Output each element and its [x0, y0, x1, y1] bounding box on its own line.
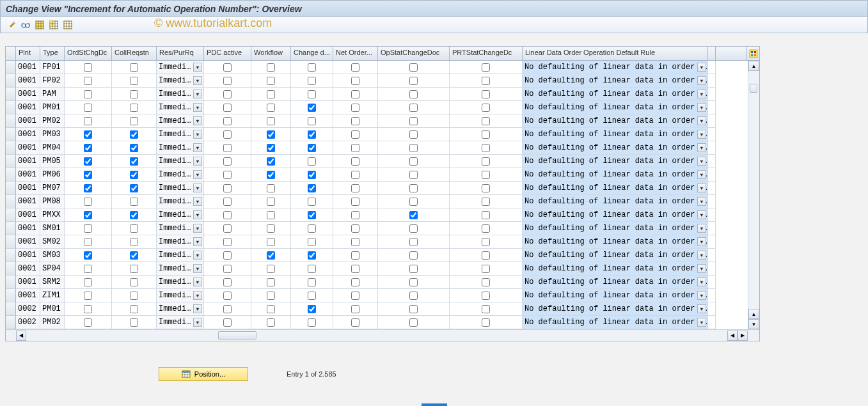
cell-respur[interactable]: Immedi…▼: [157, 235, 204, 249]
opstat-checkbox[interactable]: [409, 90, 418, 98]
cell-type[interactable]: [40, 195, 65, 208]
col-header-changed[interactable]: Change d...: [291, 47, 333, 60]
opstat-checkbox[interactable]: [409, 305, 418, 313]
opstat-checkbox[interactable]: [409, 292, 418, 300]
scroll-down-icon[interactable]: ▼: [748, 319, 759, 329]
cell-plnt[interactable]: [16, 249, 40, 262]
collreq-checkbox[interactable]: [130, 117, 138, 125]
chevron-down-icon[interactable]: ▼: [193, 183, 202, 192]
row-selector[interactable]: [6, 61, 16, 74]
cell-respur[interactable]: Immedi…▼: [157, 88, 204, 101]
type-input[interactable]: [40, 302, 64, 315]
type-input[interactable]: [40, 168, 64, 181]
cell-respur[interactable]: Immedi…▼: [157, 222, 204, 235]
netorder-checkbox[interactable]: [351, 144, 359, 152]
collreq-checkbox[interactable]: [130, 144, 138, 152]
cell-linear[interactable]: No defaulting of linear data in order o……: [523, 316, 708, 329]
cell-type[interactable]: [40, 168, 65, 182]
pdc-checkbox[interactable]: [223, 278, 232, 286]
opstat-checkbox[interactable]: [409, 224, 418, 233]
cell-type[interactable]: [40, 155, 65, 168]
chevron-down-icon[interactable]: ▼: [697, 304, 706, 313]
chevron-down-icon[interactable]: ▼: [193, 304, 202, 313]
pdc-checkbox[interactable]: [223, 184, 232, 192]
collreq-checkbox[interactable]: [130, 171, 138, 179]
type-input[interactable]: [40, 262, 64, 275]
chevron-down-icon[interactable]: ▼: [193, 76, 202, 85]
ordst-checkbox[interactable]: [84, 104, 92, 112]
type-input[interactable]: [40, 195, 64, 208]
workflow-checkbox[interactable]: [267, 278, 275, 286]
cell-respur[interactable]: Immedi…▼: [157, 74, 204, 88]
cell-respur[interactable]: Immedi…▼: [157, 195, 204, 208]
cell-respur[interactable]: Immedi…▼: [157, 262, 204, 276]
chevron-down-icon[interactable]: ▼: [697, 318, 706, 327]
type-input[interactable]: [40, 101, 64, 114]
changed-checkbox[interactable]: [308, 130, 316, 139]
table-select-all-icon[interactable]: [34, 19, 45, 31]
pdc-checkbox[interactable]: [223, 198, 232, 206]
changed-checkbox[interactable]: [308, 63, 316, 72]
plnt-input[interactable]: [16, 222, 40, 235]
cell-plnt[interactable]: [16, 141, 40, 155]
cell-linear[interactable]: No defaulting of linear data in order o……: [523, 249, 708, 262]
chevron-down-icon[interactable]: ▼: [697, 116, 706, 125]
cell-type[interactable]: [40, 249, 65, 262]
opstat-checkbox[interactable]: [409, 278, 418, 286]
cell-plnt[interactable]: [16, 128, 40, 141]
pdc-checkbox[interactable]: [223, 292, 232, 300]
row-selector[interactable]: [6, 302, 16, 316]
collreq-checkbox[interactable]: [130, 90, 138, 98]
prtstat-checkbox[interactable]: [482, 144, 490, 152]
netorder-checkbox[interactable]: [351, 77, 359, 85]
cell-type[interactable]: [40, 88, 65, 101]
plnt-input[interactable]: [16, 101, 40, 114]
cell-plnt[interactable]: [16, 182, 40, 195]
cell-linear[interactable]: No defaulting of linear data in order o……: [523, 222, 708, 235]
cell-plnt[interactable]: [16, 289, 40, 302]
workflow-checkbox[interactable]: [267, 305, 275, 313]
cell-respur[interactable]: Immedi…▼: [157, 249, 204, 262]
changed-checkbox[interactable]: [308, 104, 316, 112]
netorder-checkbox[interactable]: [351, 278, 359, 286]
position-button[interactable]: Position...: [159, 367, 248, 381]
wrench-icon[interactable]: [6, 19, 17, 31]
cell-respur[interactable]: Immedi…▼: [157, 128, 204, 141]
collreq-checkbox[interactable]: [130, 211, 138, 219]
plnt-input[interactable]: [16, 276, 40, 288]
cell-linear[interactable]: No defaulting of linear data in order o……: [523, 155, 708, 168]
pdc-checkbox[interactable]: [223, 157, 232, 166]
cell-respur[interactable]: Immedi…▼: [157, 276, 204, 289]
scroll-up-icon[interactable]: ▲: [748, 61, 759, 71]
plnt-input[interactable]: [16, 88, 40, 100]
cell-respur[interactable]: Immedi…▼: [157, 182, 204, 195]
ordst-checkbox[interactable]: [84, 224, 92, 233]
opstat-checkbox[interactable]: [409, 171, 418, 179]
netorder-checkbox[interactable]: [351, 104, 359, 112]
cell-linear[interactable]: No defaulting of linear data in order o……: [523, 262, 708, 276]
cell-linear[interactable]: No defaulting of linear data in order o……: [523, 208, 708, 222]
prtstat-checkbox[interactable]: [482, 117, 490, 125]
workflow-checkbox[interactable]: [267, 211, 275, 219]
netorder-checkbox[interactable]: [351, 157, 359, 166]
pdc-checkbox[interactable]: [223, 144, 232, 152]
cell-linear[interactable]: No defaulting of linear data in order o……: [523, 276, 708, 289]
prtstat-checkbox[interactable]: [482, 251, 490, 260]
type-input[interactable]: [40, 235, 64, 248]
type-input[interactable]: [40, 88, 64, 100]
chevron-down-icon[interactable]: ▼: [193, 63, 202, 72]
opstat-checkbox[interactable]: [409, 251, 418, 260]
workflow-checkbox[interactable]: [267, 198, 275, 206]
workflow-checkbox[interactable]: [267, 63, 275, 72]
cell-linear[interactable]: No defaulting of linear data in order o……: [523, 101, 708, 114]
changed-checkbox[interactable]: [308, 251, 316, 260]
type-input[interactable]: [40, 316, 64, 329]
changed-checkbox[interactable]: [308, 117, 316, 125]
type-input[interactable]: [40, 74, 64, 87]
collreq-checkbox[interactable]: [130, 251, 138, 260]
ordst-checkbox[interactable]: [84, 90, 92, 98]
workflow-checkbox[interactable]: [267, 251, 275, 260]
cell-linear[interactable]: No defaulting of linear data in order o……: [523, 61, 708, 74]
cell-type[interactable]: [40, 222, 65, 235]
cell-respur[interactable]: Immedi…▼: [157, 208, 204, 222]
